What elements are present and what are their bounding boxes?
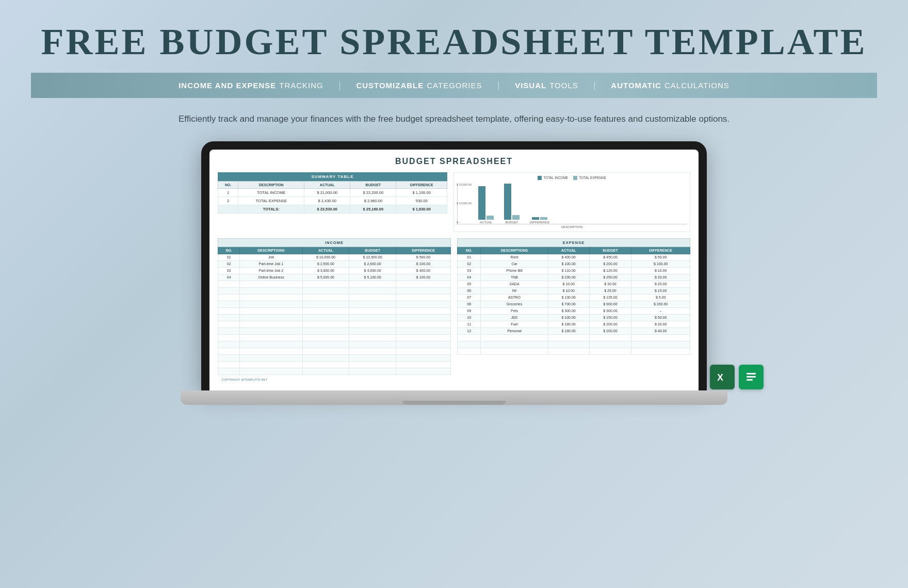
description: Efficiently track and manage your financ… xyxy=(179,112,729,126)
table-row: 01Rent$ 400.00$ 450.00$ 50.00 xyxy=(458,254,690,260)
cell: $ 20.00 xyxy=(631,281,690,287)
table-row-empty xyxy=(218,281,451,287)
feature-income-normal: TRACKING xyxy=(279,81,323,90)
chart-bars-budget xyxy=(504,184,520,220)
summary-thead-row: NO. DESCRIPTION ACTUAL BUDGET DIFFERENCE xyxy=(218,181,447,188)
bar-income-budget xyxy=(504,184,511,220)
cell xyxy=(218,314,240,321)
expense-section: EXPENSE NO. DESCRIPTIONS ACTUAL BUDGET D… xyxy=(457,238,690,375)
cell: 05 xyxy=(458,281,481,287)
laptop-base xyxy=(181,390,727,405)
chart-group-diff: DIFFERENCE xyxy=(530,217,549,224)
chart-x-title: DESCRIPTION xyxy=(457,225,687,228)
cell: SADA xyxy=(481,281,548,287)
cell: 12 xyxy=(458,328,481,334)
sheets-icon[interactable] xyxy=(739,365,764,389)
cell: 08 xyxy=(458,301,481,307)
cell xyxy=(240,281,302,287)
svg-text:X: X xyxy=(717,372,723,383)
cell: Personal xyxy=(481,328,548,334)
cell: $ 400.00 xyxy=(548,254,589,260)
cell xyxy=(218,334,240,341)
cell: $ 5,000.00 xyxy=(302,274,349,281)
income-section-header-row: INCOME xyxy=(218,238,451,247)
summary-col-budget: BUDGET xyxy=(350,181,396,188)
table-row: 1 TOTAL INCOME $ 21,000.00 $ 22,200.00 $… xyxy=(218,188,447,197)
chart-bars-diff xyxy=(532,217,547,220)
cell: 06 xyxy=(458,287,481,294)
table-row-empty xyxy=(458,348,690,354)
cell: $ 1,630.00 xyxy=(396,205,447,213)
expense-col-no: NO. xyxy=(458,247,481,254)
cell: Phone Bill xyxy=(481,267,548,274)
cell: Online Business xyxy=(240,274,302,281)
chart-wrapper: $ 20,000.00 $ 10,000.00 $ - xyxy=(457,183,687,228)
table-row-empty xyxy=(218,368,451,374)
svg-rect-3 xyxy=(747,373,756,374)
cell: $ 100.00 xyxy=(548,314,589,321)
chart-group-budget: BUDGET xyxy=(504,184,520,224)
table-row-empty xyxy=(218,294,451,301)
cell: Part-time Job 2 xyxy=(240,267,302,274)
cell xyxy=(458,341,481,348)
expense-section-title: EXPENSE xyxy=(458,238,690,247)
cell: $ 120.00 xyxy=(589,267,631,274)
excel-icon[interactable]: X xyxy=(710,365,735,389)
cell xyxy=(349,281,396,287)
cell xyxy=(218,361,240,368)
laptop-screen-inner: BUDGET SPREADSHEET SUMMARY TABLE NO. DES… xyxy=(209,150,699,390)
cell: 04 xyxy=(458,274,481,281)
cell: $ 150.00 xyxy=(589,314,631,321)
income-col-budget: BUDGET xyxy=(349,247,396,254)
chart-bars-actual xyxy=(478,186,494,220)
summary-col-desc: DESCRIPTION xyxy=(238,181,304,188)
app-icons: X xyxy=(710,365,764,389)
laptop-screen: BUDGET SPREADSHEET SUMMARY TABLE NO. DES… xyxy=(201,141,707,390)
summary-section: SUMMARY TABLE NO. DESCRIPTION ACTUAL BUD… xyxy=(218,172,447,232)
sep2: | xyxy=(498,80,500,91)
legend-income-dot xyxy=(538,176,542,180)
y-label: $ 10,000.00 xyxy=(457,202,472,205)
cell: $ 700.00 xyxy=(548,301,589,307)
cell: $ 22,200.00 xyxy=(350,188,396,197)
cell: $ 200.00 xyxy=(631,301,690,307)
copyright: COPYRIGHT @TEMPLATE.NET xyxy=(218,375,690,383)
summary-col-diff: DIFFERENCE xyxy=(396,181,447,188)
cell: $ 10.00 xyxy=(631,267,690,274)
cell: $ 300.00 xyxy=(589,307,631,314)
table-row-empty xyxy=(218,301,451,307)
table-row-empty xyxy=(218,354,451,361)
cell xyxy=(458,348,481,354)
table-row: 03Phone Bill$ 110.00$ 120.00$ 10.00 xyxy=(458,267,690,274)
cell: $ 250.00 xyxy=(589,274,631,281)
feature-income: INCOME AND EXPENSE TRACKING xyxy=(179,81,323,90)
table-row-empty xyxy=(218,334,451,341)
cell xyxy=(458,334,481,341)
cell: $ 20.00 xyxy=(631,321,690,328)
cell: $ 10.00 xyxy=(548,281,589,287)
expense-col-headers: NO. DESCRIPTIONS ACTUAL BUDGET DIFFERENC… xyxy=(458,247,690,254)
feature-visual-normal: TOOLS xyxy=(549,81,578,90)
table-row-empty xyxy=(218,321,451,328)
feature-automatic: AUTOMATIC CALCULATIONS xyxy=(611,81,729,90)
table-row-empty xyxy=(458,341,690,348)
cell: $ 40.00 xyxy=(631,328,690,334)
cell: $ 3,600.00 xyxy=(302,267,349,274)
cell: 03 xyxy=(458,267,481,274)
chart-section: TOTAL INCOME TOTAL EXPENSE xyxy=(453,172,690,232)
cell: TOTAL INCOME xyxy=(238,188,304,197)
cell: $ 100.00 xyxy=(548,260,589,267)
cell: $ 2,430.00 xyxy=(304,197,350,205)
expense-table: EXPENSE NO. DESCRIPTIONS ACTUAL BUDGET D… xyxy=(457,238,690,355)
chart-group-label-diff: DIFFERENCE xyxy=(530,221,549,224)
expense-col-desc: DESCRIPTIONS xyxy=(481,247,548,254)
cell: $ 100.00 xyxy=(396,274,450,281)
cell: $ 21,000.00 xyxy=(304,188,350,197)
table-row: 04Online Business$ 5,000.00$ 5,100.00$ 1… xyxy=(218,274,451,281)
totals-row: TOTALS: $ 23,530.00 $ 25,160.00 $ 1,630.… xyxy=(218,205,447,213)
feature-customizable-bold: CUSTOMIZABLE xyxy=(356,81,424,90)
cell: Rent xyxy=(481,254,548,260)
feature-customizable: CUSTOMIZABLE CATEGORIES xyxy=(356,81,482,90)
cell: $ 2,960.00 xyxy=(350,197,396,205)
cell: IW xyxy=(481,287,548,294)
